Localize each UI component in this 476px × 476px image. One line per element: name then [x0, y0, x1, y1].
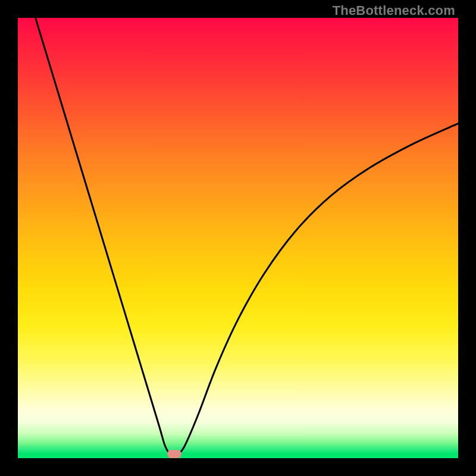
chart-frame: TheBottleneck.com	[0, 0, 476, 476]
curve-left-branch	[36, 18, 171, 455]
plot-area	[18, 18, 458, 458]
curve-layer	[18, 18, 458, 458]
curve-right-branch	[178, 124, 458, 455]
optimum-marker	[167, 450, 181, 458]
watermark-text: TheBottleneck.com	[333, 3, 455, 18]
